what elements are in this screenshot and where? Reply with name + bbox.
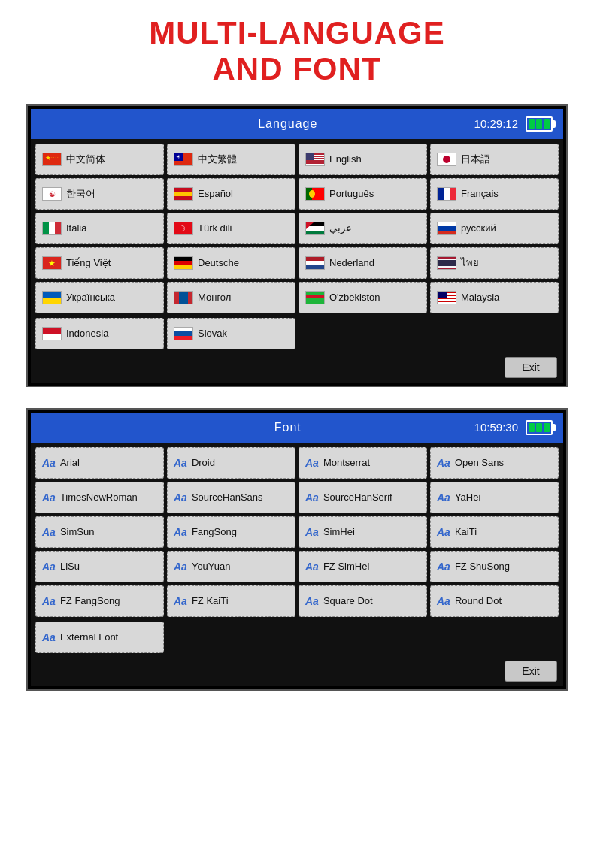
font-exit-button[interactable]: Exit <box>505 661 557 682</box>
flag-sk <box>174 327 193 340</box>
flag-id <box>42 327 62 340</box>
lang-btn-türkdili[interactable]: Türk dili <box>167 213 295 244</box>
font-btn-yahei[interactable]: AaYaHei <box>430 482 559 513</box>
lang-btn-عربي[interactable]: عربي <box>299 213 427 244</box>
lang-btn-ไพย[interactable]: ไพย <box>430 247 559 279</box>
font-btn-simhei[interactable]: AaSimHei <box>299 516 427 548</box>
lang-btn-indonesia[interactable]: Indonesia <box>35 318 164 349</box>
font-label: FZ ShuSong <box>455 561 510 572</box>
lang-btn-tiếngviệt[interactable]: Tiếng Việt <box>35 247 164 279</box>
lang-label: русский <box>461 222 496 234</box>
font-btn-montserrat[interactable]: AaMontserrat <box>299 447 427 479</box>
font-aa-icon: Aa <box>42 561 56 573</box>
lang-label: Português <box>329 188 374 199</box>
lang-btn-english[interactable]: English <box>299 144 427 175</box>
font-btn-rounddot[interactable]: AaRound Dot <box>430 585 559 617</box>
flag-nl <box>305 256 325 270</box>
lang-btn-o'zbekiston[interactable]: O'zbekiston <box>299 282 427 313</box>
font-exit-row: Exit <box>31 656 563 686</box>
font-label: SimSun <box>60 526 95 537</box>
font-aa-icon: Aa <box>305 457 319 469</box>
lang-btn-монгол[interactable]: Монгол <box>167 282 295 313</box>
lang-label: 中文简体 <box>66 153 105 166</box>
language-grid-last: IndonesiaSlovak <box>31 318 563 352</box>
font-aa-icon: Aa <box>305 595 319 607</box>
font-aa-icon: Aa <box>305 491 319 504</box>
font-grid-last: AaExternal Font <box>31 622 563 656</box>
font-aa-icon: Aa <box>437 595 450 607</box>
font-label: Round Dot <box>455 595 502 606</box>
lang-label: عربي <box>329 222 352 234</box>
lang-btn-deutsche[interactable]: Deutsche <box>167 247 295 279</box>
font-btn-kaiti[interactable]: AaKaiTi <box>430 516 559 548</box>
font-label: SourceHanSans <box>192 491 263 503</box>
font-label: External Font <box>60 631 118 643</box>
page-title: MULTI-LANGUAGE AND FONT <box>149 15 445 88</box>
font-btn-sourcehanserif[interactable]: AaSourceHanSerif <box>299 482 427 513</box>
lang-btn-français[interactable]: Français <box>430 178 559 210</box>
language-time: 10:29:12 <box>474 117 518 130</box>
font-btn-timesnewroman[interactable]: AaTimesNewRoman <box>35 482 164 513</box>
font-btn-droid[interactable]: AaDroid <box>167 447 295 479</box>
font-label: KaiTi <box>455 526 477 537</box>
lang-label: O'zbekiston <box>329 292 380 303</box>
lang-btn-italia[interactable]: Italia <box>35 213 164 244</box>
font-aa-icon: Aa <box>437 526 450 538</box>
font-time: 10:59:30 <box>474 421 518 434</box>
flag-mn <box>174 291 193 304</box>
font-btn-fzsimhei[interactable]: AaFZ SimHei <box>299 551 427 582</box>
lang-btn-slovak[interactable]: Slovak <box>167 318 295 349</box>
lang-btn-português[interactable]: Português <box>299 178 427 210</box>
lang-btn-中文简体[interactable]: 中文简体 <box>35 144 164 175</box>
lang-btn-русский[interactable]: русский <box>430 213 559 244</box>
flag-ua <box>42 291 62 304</box>
lang-btn-한국어[interactable]: 한국어 <box>35 178 164 210</box>
flag-cn <box>42 153 62 166</box>
flag-ru <box>437 222 456 235</box>
font-btn-squaredot[interactable]: AaSquare Dot <box>299 585 427 617</box>
font-aa-icon: Aa <box>42 457 56 469</box>
lang-btn-日本語[interactable]: 日本語 <box>430 144 559 175</box>
font-btn-fangsong[interactable]: AaFangSong <box>167 516 295 548</box>
lang-btn-malaysia[interactable]: Malaysia <box>430 282 559 313</box>
font-btn-youyuan[interactable]: AaYouYuan <box>167 551 295 582</box>
flag-tw <box>174 153 193 166</box>
lang-label: Tiếng Việt <box>66 257 111 268</box>
flag-es <box>174 187 193 201</box>
font-btn-sourcehansans[interactable]: AaSourceHanSans <box>167 482 295 513</box>
language-exit-button[interactable]: Exit <box>505 357 557 378</box>
font-btn-fzshusong[interactable]: AaFZ ShuSong <box>430 551 559 582</box>
font-aa-icon: Aa <box>174 526 187 538</box>
font-label: Open Sans <box>455 457 504 468</box>
font-btn-opensans[interactable]: AaOpen Sans <box>430 447 559 479</box>
font-btn-arial[interactable]: AaArial <box>35 447 164 479</box>
font-aa-icon: Aa <box>42 631 56 643</box>
flag-th <box>437 256 456 270</box>
font-aa-icon: Aa <box>174 457 187 469</box>
lang-btn-nederland[interactable]: Nederland <box>299 247 427 279</box>
font-btn-fzkaiti[interactable]: AaFZ KaiTi <box>167 585 295 617</box>
font-btn-simsun[interactable]: AaSimSun <box>35 516 164 548</box>
font-label: SimHei <box>323 526 355 537</box>
lang-label: 한국어 <box>66 187 95 201</box>
font-aa-icon: Aa <box>305 561 319 573</box>
lang-label: Deutsche <box>198 257 239 268</box>
font-label: TimesNewRoman <box>60 491 138 503</box>
flag-jp <box>437 153 456 166</box>
font-label: SourceHanSerif <box>323 491 392 503</box>
language-grid: 中文简体中文繁體English日本語한국어EspañolPortuguêsFra… <box>31 139 563 318</box>
font-btn-lisu[interactable]: AaLiSu <box>35 551 164 582</box>
lang-label: Italia <box>66 222 86 234</box>
font-aa-icon: Aa <box>437 561 450 573</box>
font-label: FangSong <box>192 526 237 537</box>
font-grid: AaArialAaDroidAaMontserratAaOpen SansAaT… <box>31 443 563 622</box>
font-btn-fzfangsong[interactable]: AaFZ FangSong <box>35 585 164 617</box>
font-label: FZ KaiTi <box>192 595 229 606</box>
lang-btn-español[interactable]: Español <box>167 178 295 210</box>
font-label: Montserrat <box>323 457 370 468</box>
font-panel: Font 10:59:30 AaArialAaDroidAaMontserrat… <box>26 408 568 691</box>
lang-btn-українська[interactable]: Українська <box>35 282 164 313</box>
lang-btn-中文繁體[interactable]: 中文繁體 <box>167 144 295 175</box>
flag-uz <box>305 291 325 304</box>
font-btn-externalfont[interactable]: AaExternal Font <box>35 622 164 653</box>
